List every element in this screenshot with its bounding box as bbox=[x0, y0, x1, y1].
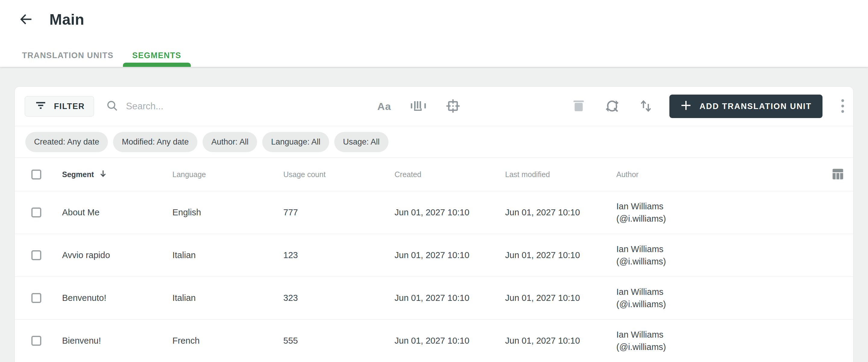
cell-language: Italian bbox=[173, 293, 283, 303]
column-header-segment[interactable]: Segment bbox=[62, 169, 173, 179]
filter-chips-row: Created: Any date Modified: Any date Aut… bbox=[15, 126, 853, 158]
cell-usage-count: 323 bbox=[283, 293, 395, 303]
cell-created: Jun 01, 2027 10:10 bbox=[395, 250, 505, 260]
cell-created: Jun 01, 2027 10:10 bbox=[395, 207, 505, 218]
cell-segment: About Me bbox=[62, 207, 173, 218]
select-all-cell bbox=[15, 170, 62, 179]
cell-language: Italian bbox=[173, 250, 283, 260]
cell-segment: Bienvenu! bbox=[62, 336, 173, 346]
toolbar-actions: ADD TRANSLATION UNIT bbox=[570, 95, 846, 118]
cell-author: Ian Williams (@i.williams) bbox=[616, 329, 684, 353]
arrow-left-icon bbox=[19, 12, 33, 27]
plus-icon bbox=[680, 100, 692, 113]
column-header-language[interactable]: Language bbox=[173, 170, 283, 179]
kebab-icon bbox=[841, 98, 845, 114]
filter-chip-author[interactable]: Author: All bbox=[203, 132, 257, 152]
tab-bar: TRANSLATION UNITS SEGMENTS bbox=[13, 44, 191, 67]
filter-button[interactable]: FILTER bbox=[25, 96, 94, 117]
column-header-usage-count[interactable]: Usage count bbox=[283, 170, 395, 179]
segments-card: FILTER Aa bbox=[14, 87, 854, 362]
sort-descending-icon bbox=[99, 169, 107, 179]
match-case-button[interactable]: Aa bbox=[376, 99, 392, 113]
row-checkbox[interactable] bbox=[31, 293, 41, 303]
cell-author: Ian Williams (@i.williams) bbox=[616, 200, 684, 225]
search-box bbox=[106, 100, 337, 113]
column-header-created[interactable]: Created bbox=[395, 170, 505, 179]
cell-language: French bbox=[173, 336, 283, 346]
filter-icon bbox=[34, 99, 47, 114]
app-header: Main TRANSLATION UNITS SEGMENTS bbox=[0, 0, 868, 67]
filter-chip-modified[interactable]: Modified: Any date bbox=[113, 132, 197, 152]
find-replace-icon bbox=[605, 99, 619, 114]
table-row[interactable]: Bienvenu! French 555 Jun 01, 2027 10:10 … bbox=[15, 320, 853, 362]
delete-button[interactable] bbox=[570, 98, 587, 115]
row-checkbox[interactable] bbox=[31, 250, 41, 260]
filter-button-label: FILTER bbox=[54, 102, 85, 111]
table-row[interactable]: Avvio rapido Italian 123 Jun 01, 2027 10… bbox=[15, 234, 853, 277]
cell-last-modified: Jun 01, 2027 10:10 bbox=[505, 293, 616, 303]
cell-last-modified: Jun 01, 2027 10:10 bbox=[505, 250, 616, 260]
column-settings-button[interactable] bbox=[830, 167, 845, 183]
table-row[interactable]: Benvenuto! Italian 323 Jun 01, 2027 10:1… bbox=[15, 277, 853, 320]
title-row: Main bbox=[0, 0, 868, 28]
cell-created: Jun 01, 2027 10:10 bbox=[395, 293, 505, 303]
search-input[interactable] bbox=[126, 101, 337, 112]
focus-frame-icon bbox=[445, 98, 461, 114]
toolbar: FILTER Aa bbox=[15, 87, 853, 126]
filter-chip-language[interactable]: Language: All bbox=[262, 132, 329, 152]
column-header-segment-label: Segment bbox=[62, 170, 94, 179]
page-title: Main bbox=[50, 11, 84, 28]
match-whole-word-button[interactable] bbox=[409, 98, 427, 115]
cell-last-modified: Jun 01, 2027 10:10 bbox=[505, 336, 616, 346]
add-button-label: ADD TRANSLATION UNIT bbox=[700, 102, 812, 111]
cell-author: Ian Williams (@i.williams) bbox=[616, 243, 684, 268]
cell-usage-count: 777 bbox=[283, 207, 395, 218]
table-header: Segment Language Usage count Created Las… bbox=[15, 158, 853, 191]
cell-usage-count: 555 bbox=[283, 336, 395, 346]
row-checkbox-cell bbox=[15, 207, 62, 218]
row-checkbox[interactable] bbox=[31, 207, 41, 218]
swap-vert-icon bbox=[639, 99, 653, 114]
match-case-icon: Aa bbox=[377, 101, 391, 112]
trash-icon bbox=[572, 99, 586, 114]
cell-last-modified: Jun 01, 2027 10:10 bbox=[505, 207, 616, 218]
tab-translation-units[interactable]: TRANSLATION UNITS bbox=[13, 44, 123, 67]
cell-usage-count: 123 bbox=[283, 250, 395, 260]
row-checkbox-cell bbox=[15, 336, 62, 346]
sort-button[interactable] bbox=[638, 98, 654, 116]
cell-segment: Benvenuto! bbox=[62, 293, 173, 303]
row-checkbox-cell bbox=[15, 293, 62, 303]
cell-author: Ian Williams (@i.williams) bbox=[616, 286, 684, 310]
column-header-last-modified[interactable]: Last modified bbox=[505, 170, 616, 179]
row-checkbox-cell bbox=[15, 250, 62, 260]
filter-chip-created[interactable]: Created: Any date bbox=[25, 132, 108, 152]
barcode-icon bbox=[410, 99, 426, 114]
cell-language: English bbox=[173, 207, 283, 218]
filter-chip-usage[interactable]: Usage: All bbox=[334, 132, 389, 152]
find-replace-button[interactable] bbox=[604, 98, 621, 116]
table-row[interactable]: About Me English 777 Jun 01, 2027 10:10 … bbox=[15, 191, 853, 234]
focus-frame-button[interactable] bbox=[444, 97, 462, 116]
more-options-button[interactable] bbox=[839, 97, 846, 116]
search-icon bbox=[106, 100, 118, 113]
tab-segments[interactable]: SEGMENTS bbox=[123, 44, 191, 67]
search-options: Aa bbox=[376, 97, 461, 116]
tab-segments-label: SEGMENTS bbox=[132, 51, 181, 60]
back-button[interactable] bbox=[19, 12, 34, 27]
row-checkbox[interactable] bbox=[31, 336, 41, 346]
select-all-checkbox[interactable] bbox=[31, 170, 41, 179]
page-body: FILTER Aa bbox=[0, 67, 868, 362]
cell-segment: Avvio rapido bbox=[62, 250, 173, 260]
view-column-icon bbox=[832, 168, 844, 181]
cell-created: Jun 01, 2027 10:10 bbox=[395, 336, 505, 346]
add-translation-unit-button[interactable]: ADD TRANSLATION UNIT bbox=[670, 95, 823, 118]
column-header-author[interactable]: Author bbox=[616, 170, 826, 179]
active-tab-indicator bbox=[123, 63, 191, 67]
